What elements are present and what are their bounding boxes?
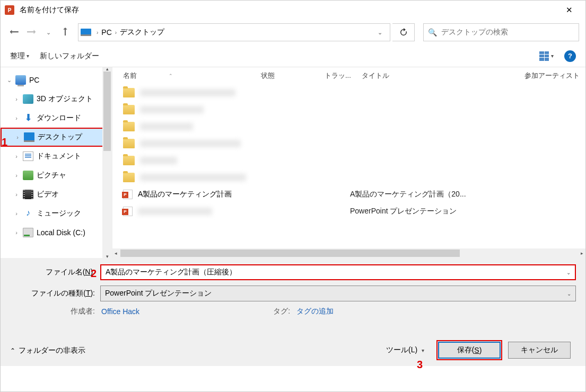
bottom-panel: ファイル名(N): A製品のマーケティング計画（圧縮後） ⌄ ファイルの種類(T… <box>1 258 585 366</box>
back-button[interactable]: 🠔 <box>7 25 22 40</box>
powerpoint-file-icon <box>123 190 133 199</box>
refresh-button[interactable] <box>392 23 415 41</box>
help-button[interactable]: ? <box>564 50 576 62</box>
tree-item-3d[interactable]: › 3D オブジェクト <box>1 90 112 109</box>
folder-icon <box>123 139 135 148</box>
organize-menu[interactable]: 整理 <box>10 51 29 61</box>
redacted-name <box>140 157 177 164</box>
filetype-select[interactable]: PowerPoint プレゼンテーション ⌄ <box>100 286 576 301</box>
scrollbar-thumb[interactable] <box>103 72 111 151</box>
file-row-folder[interactable] <box>123 118 585 135</box>
redacted-name <box>140 106 204 113</box>
tree-item-downloads[interactable]: › ⬇ ダウンロード <box>1 109 112 128</box>
tree-item-music[interactable]: › ♪ ミュージック <box>1 204 112 223</box>
file-row-folder[interactable] <box>123 135 585 152</box>
chevron-down-icon[interactable]: ⌄ <box>566 270 571 275</box>
location-icon <box>81 29 91 36</box>
tree-item-localdisk[interactable]: › Local Disk (C:) <box>1 223 112 242</box>
search-input[interactable]: 🔍 デスクトップの検索 <box>423 23 579 41</box>
address-bar[interactable]: › PC › デスクトップ ⌄ <box>78 23 390 41</box>
documents-icon <box>23 152 33 161</box>
filetype-label: ファイルの種類(T): <box>10 289 100 298</box>
tree-item-pc[interactable]: ⌄ PC <box>1 70 112 90</box>
horizontal-scrollbar[interactable] <box>112 248 585 258</box>
author-value[interactable]: Office Hack <box>101 307 139 316</box>
toolbar: 整理 新しいフォルダー ▾ ? <box>1 45 585 67</box>
tree-label: ダウンロード <box>37 113 81 123</box>
expand-icon[interactable]: › <box>13 153 20 159</box>
powerpoint-icon: P <box>5 5 14 15</box>
tag-value[interactable]: タグの追加 <box>296 307 334 316</box>
view-mode-button[interactable]: ▾ <box>539 51 554 61</box>
file-row-folder[interactable] <box>123 101 585 118</box>
address-dropdown-icon[interactable]: ⌄ <box>372 29 388 36</box>
tree-label: ピクチャ <box>37 171 66 180</box>
pc-icon <box>15 75 26 85</box>
navbar: 🠔 🠖 ⌄ 🠕 › PC › デスクトップ ⌄ 🔍 デスクトップの検索 <box>1 20 585 45</box>
redacted-name <box>138 208 212 215</box>
crumb-sep-icon: › <box>95 30 99 35</box>
tree-scrollbar[interactable] <box>102 67 112 258</box>
tag-label: タグ: <box>269 307 290 316</box>
tree-label: ビデオ <box>37 190 59 199</box>
forward-button[interactable]: 🠖 <box>24 25 39 40</box>
scrollbar-thumb[interactable] <box>120 250 460 257</box>
save-button[interactable]: 保存(S) <box>438 342 501 359</box>
cancel-button[interactable]: キャンセル <box>508 342 571 359</box>
file-row-folder[interactable] <box>123 152 585 169</box>
hide-folders-label: フォルダーの非表示 <box>19 346 85 355</box>
sort-arrow-icon: ⌃ <box>169 73 173 78</box>
filetype-value: PowerPoint プレゼンテーション <box>105 289 212 298</box>
filename-input[interactable]: A製品のマーケティング計画（圧縮後） ⌄ <box>100 264 576 280</box>
expand-icon[interactable]: › <box>13 115 20 121</box>
tree-item-desktop[interactable]: › デスクトップ <box>1 128 112 147</box>
tree-item-documents[interactable]: › ドキュメント <box>1 147 112 166</box>
author-label: 作成者: <box>63 307 95 316</box>
new-folder-button[interactable]: 新しいフォルダー <box>40 51 99 61</box>
collapse-icon[interactable]: ⌄ <box>6 77 12 84</box>
videos-icon <box>23 190 33 199</box>
search-placeholder: デスクトップの検索 <box>441 28 508 37</box>
history-dropdown[interactable]: ⌄ <box>41 25 56 40</box>
tools-menu[interactable]: ツール(L) ▾ <box>386 345 424 355</box>
folder-icon <box>123 173 135 182</box>
redacted-name <box>140 174 246 181</box>
col-artist[interactable]: 参加アーティスト <box>510 71 585 81</box>
file-row-folder[interactable] <box>123 84 585 101</box>
expand-icon[interactable]: › <box>13 229 20 236</box>
tree-label: PC <box>29 76 39 84</box>
column-headers: 名前⌃ 状態 トラッ... タイトル 参加アーティスト <box>112 67 585 84</box>
expand-icon[interactable]: › <box>13 191 20 198</box>
chevron-down-icon: ▾ <box>422 348 424 353</box>
annotation-2: 2 <box>91 268 97 280</box>
crumb-desktop[interactable]: デスクトップ <box>118 28 167 37</box>
search-icon: 🔍 <box>428 28 437 37</box>
chevron-down-icon[interactable]: ⌄ <box>567 291 571 297</box>
expand-icon[interactable]: › <box>13 96 20 102</box>
col-state[interactable]: 状態 <box>261 71 325 81</box>
hide-folders-toggle[interactable]: ⌃ フォルダーの非表示 <box>10 346 85 355</box>
col-track[interactable]: トラッ... <box>325 71 362 81</box>
crumb-pc[interactable]: PC <box>99 28 113 37</box>
tree-item-videos[interactable]: › ビデオ <box>1 185 112 204</box>
chevron-down-icon: ▾ <box>551 53 554 59</box>
dialog-title: 名前を付けて保存 <box>20 5 79 15</box>
view-grid-icon <box>539 51 549 61</box>
tree-item-pictures[interactable]: › ピクチャ <box>1 166 112 185</box>
close-button[interactable]: ✕ <box>557 1 581 20</box>
filename-label: ファイル名(N): <box>10 268 100 277</box>
music-icon: ♪ <box>23 209 33 218</box>
expand-icon[interactable]: › <box>13 172 20 179</box>
file-row-ppt[interactable]: A製品のマーケティング計画 A製品のマーケティング計画（20... <box>123 186 585 203</box>
folder-icon <box>123 122 135 131</box>
expand-icon[interactable]: › <box>13 210 20 217</box>
redacted-name <box>140 123 193 130</box>
up-button[interactable]: 🠕 <box>58 25 73 40</box>
col-name[interactable]: 名前⌃ <box>123 71 261 81</box>
col-title[interactable]: タイトル <box>362 71 510 81</box>
crumb-sep-icon: › <box>114 30 118 35</box>
file-row-folder[interactable] <box>123 169 585 186</box>
redacted-name <box>140 140 241 147</box>
expand-icon[interactable]: › <box>14 134 21 140</box>
file-row-ppt[interactable]: PowerPoint プレゼンテーション <box>123 203 585 220</box>
